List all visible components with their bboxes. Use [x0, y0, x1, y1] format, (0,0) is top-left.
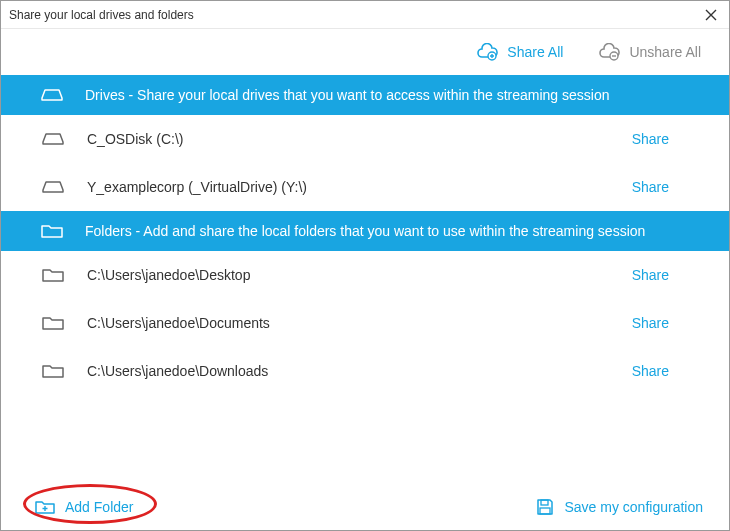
share-link[interactable]: Share: [632, 131, 701, 147]
svg-rect-3: [540, 508, 550, 514]
drives-section-header: Drives - Share your local drives that yo…: [1, 75, 729, 115]
folder-row: C:\Users\janedoe\Desktop Share: [1, 251, 729, 299]
cloud-unshare-icon: [597, 43, 621, 61]
save-config-label: Save my configuration: [564, 499, 703, 515]
drives-header-text: Drives - Share your local drives that yo…: [85, 87, 609, 103]
share-link[interactable]: Share: [632, 315, 701, 331]
footer: Add Folder Save my configuration: [1, 484, 729, 530]
drive-icon: [41, 88, 63, 102]
folder-label: C:\Users\janedoe\Desktop: [87, 267, 610, 283]
save-config-button[interactable]: Save my configuration: [536, 498, 703, 516]
cloud-share-icon: [475, 43, 499, 61]
folder-label: C:\Users\janedoe\Documents: [87, 315, 610, 331]
toolbar: Share All Unshare All: [1, 29, 729, 75]
drive-row: C_OSDisk (C:\) Share: [1, 115, 729, 163]
unshare-all-label: Unshare All: [629, 44, 701, 60]
share-link[interactable]: Share: [632, 179, 701, 195]
folder-icon: [41, 267, 65, 283]
folder-row: C:\Users\janedoe\Downloads Share: [1, 347, 729, 395]
drive-label: C_OSDisk (C:\): [87, 131, 610, 147]
drive-icon: [41, 132, 65, 146]
share-link[interactable]: Share: [632, 363, 701, 379]
folders-section-header: Folders - Add and share the local folder…: [1, 211, 729, 251]
folder-row: C:\Users\janedoe\Documents Share: [1, 299, 729, 347]
share-all-label: Share All: [507, 44, 563, 60]
unshare-all-button[interactable]: Unshare All: [597, 43, 701, 61]
save-icon: [536, 498, 554, 516]
close-icon[interactable]: [701, 9, 721, 21]
folder-icon: [41, 223, 63, 239]
titlebar: Share your local drives and folders: [1, 1, 729, 29]
share-all-button[interactable]: Share All: [475, 43, 563, 61]
folders-header-text: Folders - Add and share the local folder…: [85, 223, 645, 239]
folder-icon: [41, 363, 65, 379]
folder-label: C:\Users\janedoe\Downloads: [87, 363, 610, 379]
window-title: Share your local drives and folders: [9, 8, 194, 22]
add-folder-icon: [35, 499, 55, 515]
drive-label: Y_examplecorp (_VirtualDrive) (Y:\): [87, 179, 610, 195]
add-folder-button[interactable]: Add Folder: [35, 499, 133, 515]
drive-icon: [41, 180, 65, 194]
share-link[interactable]: Share: [632, 267, 701, 283]
folder-icon: [41, 315, 65, 331]
drive-row: Y_examplecorp (_VirtualDrive) (Y:\) Shar…: [1, 163, 729, 211]
add-folder-label: Add Folder: [65, 499, 133, 515]
